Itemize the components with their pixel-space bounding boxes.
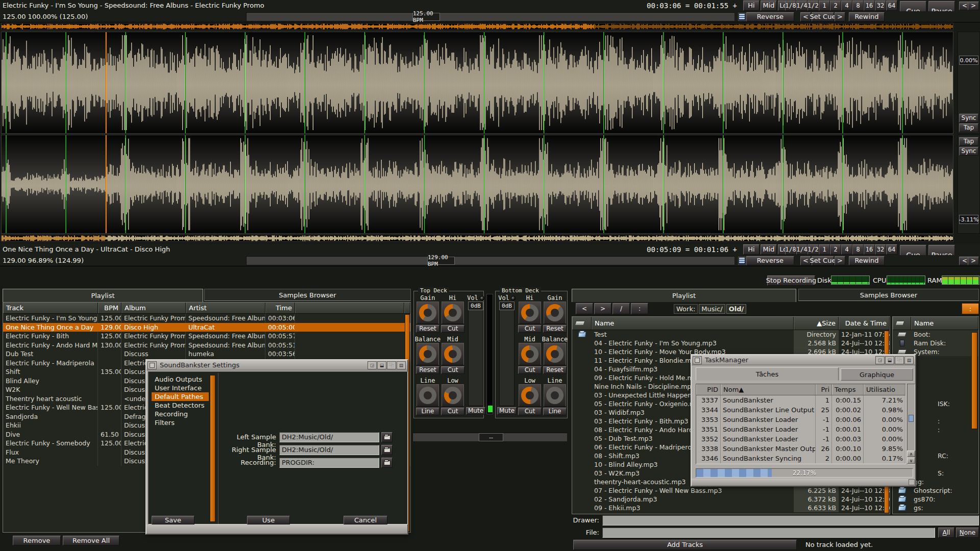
taskmanager-resize-icon[interactable]: [909, 479, 915, 485]
deck1-waveform[interactable]: [1, 32, 953, 134]
settings-list-scrollbar[interactable]: [210, 375, 215, 522]
stop-recording-button[interactable]: Stop Recording: [767, 276, 815, 286]
deck1-monitor-icon[interactable]: [739, 13, 745, 20]
settings-zoom-icon[interactable]: ⬓: [377, 361, 386, 369]
taskmanager-row[interactable]: 3337SoundBankster10:00.157.21%: [696, 395, 905, 405]
deck1-reverse-button[interactable]: Reverse: [746, 12, 794, 21]
taskmanager-titlebar[interactable]: TaskManager ◲ ⬓ ⿻ ▤: [692, 355, 915, 365]
playlist-row[interactable]: Dub TestDiscusshumeka00:03:56: [3, 349, 410, 359]
deck2-monitor-icon[interactable]: [739, 257, 745, 264]
deck1-bpm-slider[interactable]: 125.00 BPM: [246, 12, 735, 21]
deck1-beat-4[interactable]: 4: [841, 1, 852, 11]
deck1-beat-1[interactable]: 1: [819, 1, 830, 11]
playlist-col-album[interactable]: Album: [121, 303, 186, 313]
taskmanager-tab-taches[interactable]: Tâches: [696, 367, 839, 381]
playlist-row[interactable]: Electric Funky - Ando Hard Mas130.00Elec…: [3, 341, 410, 350]
deck1-tap-button[interactable]: Tap: [959, 123, 978, 132]
bottom-deck-low-knob[interactable]: [519, 384, 541, 407]
deck1-pitch-rail[interactable]: 0.00% Sync Tap: [958, 32, 980, 134]
deck2-setcue-next-button[interactable]: >: [835, 256, 845, 265]
top-deck-low-knob[interactable]: [442, 384, 464, 407]
deck2-beat-1-2[interactable]: 1/2: [807, 244, 819, 255]
taskmanager-scrollbar[interactable]: ∧ ∨: [907, 384, 915, 464]
deck2-beat-16[interactable]: 16: [864, 244, 875, 255]
top-deck-balance-reset-button[interactable]: Reset: [416, 366, 439, 374]
deck2-beat-1-4[interactable]: 1/4: [796, 244, 807, 255]
nav-colon-button[interactable]: :: [631, 303, 648, 314]
bottom-deck-balance-knob[interactable]: [544, 343, 566, 365]
top-deck-line-vol-knob[interactable]: [416, 384, 439, 407]
remove-button[interactable]: Remove: [13, 536, 61, 545]
deck1-beat-1-2[interactable]: 1/2: [807, 1, 819, 11]
file-row[interactable]: 09 - Ehkii.mp36.633 kB24-Jui--10 12:16: [572, 504, 890, 512]
deck1-setcue-next-button[interactable]: >: [835, 12, 845, 21]
bottom-deck-low-cut-button[interactable]: Cut: [518, 408, 542, 415]
settings-dialog-titlebar[interactable]: SoundBankster Settings ◲ ⬓ ⿻ ▤: [146, 360, 407, 370]
deck1-overview-strip[interactable]: [1, 23, 953, 30]
deck2-sync-button[interactable]: Sync: [959, 147, 978, 156]
taskmanager-depth-icon[interactable]: ⿻: [895, 356, 904, 364]
taskmanager-col-utilisatio[interactable]: Utilisatio: [864, 384, 905, 395]
deck-fader-handle[interactable]: --: [479, 433, 503, 441]
file-col-size[interactable]: ▲ Size: [794, 317, 839, 330]
deck1-beat-8[interactable]: 8: [852, 1, 864, 11]
file-browser-header[interactable]: Name▲ SizeDate & Time: [572, 317, 890, 330]
deck2-bpm-slider[interactable]: 129.00 BPM: [246, 256, 735, 265]
crossfader[interactable]: [486, 294, 493, 414]
file-col-name[interactable]: Name: [592, 317, 794, 330]
select-all-button[interactable]: All: [938, 528, 954, 538]
settings-snapshot-icon[interactable]: ▤: [397, 361, 406, 369]
drive-row[interactable]: gs:: [893, 504, 978, 512]
top-deck-gain-knob[interactable]: [416, 302, 439, 324]
taskmanager-zoom-icon[interactable]: ⬓: [885, 356, 894, 364]
file-row[interactable]: TestDirectory12-Jan-11 07:54: [572, 330, 890, 339]
deck2-waveform[interactable]: [1, 135, 953, 234]
deck2-beat-1-8[interactable]: 1/8: [785, 244, 796, 255]
bottom-deck-mid-knob[interactable]: [519, 343, 541, 365]
deck1-sync-button[interactable]: Sync: [959, 114, 978, 122]
deck2-kill-hi[interactable]: Hi: [743, 244, 760, 255]
path-segment[interactable]: Old/: [726, 304, 747, 314]
settings-category-recording[interactable]: Recording: [152, 410, 209, 418]
settings-iconify-icon[interactable]: ◲: [368, 361, 377, 369]
settings-folder-button[interactable]: [381, 432, 393, 442]
bottom-deck-vol-slider[interactable]: [499, 310, 514, 406]
bottom-deck-balance-reset-button[interactable]: Reset: [543, 366, 567, 374]
remove-all-button[interactable]: Remove All: [63, 536, 119, 545]
taskmanager-tab-graphique[interactable]: Graphique: [841, 368, 913, 381]
drive-row[interactable]: Ghostscript:: [893, 486, 978, 495]
taskmanager-row[interactable]: 3344SoundBankster Line Output250:00.020.…: [696, 405, 905, 415]
drives-col-name[interactable]: Name: [911, 317, 978, 330]
deck1-bpm-slider-handle[interactable]: 125.00 BPM: [412, 13, 440, 21]
nav-back-button[interactable]: <: [576, 303, 593, 314]
top-deck-line-vol-line-button[interactable]: Line: [416, 408, 439, 415]
taskmanager-scrollbar-thumb[interactable]: [909, 415, 914, 422]
deck-fader-slider[interactable]: --: [412, 433, 568, 442]
taskmanager-col-pri[interactable]: Pri: [816, 384, 832, 395]
settings-category-user-interface[interactable]: User Interface: [152, 384, 209, 392]
deck1-beat-16[interactable]: 16: [864, 1, 875, 11]
deck1-beat-1-4[interactable]: 1/4: [796, 1, 807, 11]
drawer-input[interactable]: [602, 515, 979, 525]
taskmanager-row[interactable]: 3338SoundBankster Master Output260:00.10…: [696, 444, 905, 454]
deck2-beat-2[interactable]: 2: [830, 244, 841, 255]
deck2-beat-64[interactable]: 64: [886, 244, 897, 255]
deck1-kill-mid[interactable]: Mid: [761, 1, 777, 11]
playlist-row[interactable]: Electric Funky - Bith125.00Electric Funk…: [3, 332, 410, 341]
settings-save-button[interactable]: Save: [152, 516, 194, 524]
taskmanager-col-pid[interactable]: PID: [696, 384, 721, 395]
deck1-beat-32[interactable]: 32: [875, 1, 886, 11]
nav-root-button[interactable]: /: [612, 303, 630, 314]
deck2-tap-button[interactable]: Tap: [959, 137, 978, 146]
playlist-col-time[interactable]: Time: [265, 303, 295, 313]
top-deck-balance-knob[interactable]: [416, 343, 439, 365]
deck2-pitch-rail[interactable]: Tap Sync -3.11%: [958, 135, 980, 234]
right-tab-samples-browser[interactable]: Samples Browser: [798, 289, 979, 301]
deck1-beat-2[interactable]: 2: [830, 1, 841, 11]
top-deck-hi-knob[interactable]: [442, 302, 464, 324]
top-deck-low-cut-button[interactable]: Cut: [441, 408, 464, 415]
playlist-row[interactable]: Electric Funky - I'm So Young125.00Elect…: [3, 314, 410, 323]
bottom-deck-vol-0db-handle[interactable]: 0dB: [499, 302, 514, 310]
settings-dialog-footer[interactable]: [146, 524, 407, 534]
deck2-set-cue-button[interactable]: Set Cue: [812, 256, 834, 265]
